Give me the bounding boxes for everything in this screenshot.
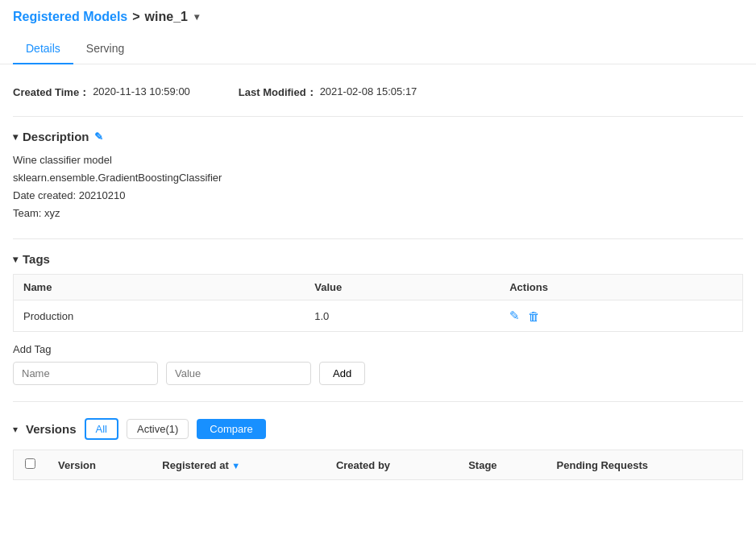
tags-header: ▾ Tags [13, 252, 743, 266]
col-value: Value [305, 275, 500, 300]
tabs-bar: Details Serving [0, 34, 756, 64]
versions-header-row: Version Registered at ▼ Created by Stage… [14, 450, 743, 480]
breadcrumb: Registered Models > wine_1 ▾ [0, 0, 756, 34]
divider-2 [13, 238, 743, 239]
breadcrumb-separator: > [132, 10, 139, 24]
add-tag-inputs: Add [13, 362, 743, 385]
divider-1 [13, 116, 743, 117]
select-all-checkbox[interactable] [25, 458, 35, 469]
delete-tag-icon[interactable]: 🗑 [528, 309, 540, 323]
description-header: ▾ Description ✎ [13, 130, 743, 143]
versions-header: ▾ Versions All Active(1) Compare [13, 418, 743, 440]
tags-toggle[interactable]: ▾ [13, 254, 18, 265]
versions-title: Versions [26, 422, 77, 436]
modified-label: Last Modified： [239, 85, 317, 100]
modified-time: Last Modified： 2021-02-08 15:05:17 [239, 85, 417, 100]
add-tag-button[interactable]: Add [319, 362, 365, 385]
versions-toggle[interactable]: ▾ [13, 424, 18, 435]
description-title: Description [23, 130, 89, 143]
description-toggle[interactable]: ▾ [13, 131, 18, 143]
tag-name: Production [14, 300, 305, 332]
add-tag-section: Add Tag Add [13, 343, 743, 385]
table-row: Production 1.0 ✎ 🗑 [14, 300, 743, 332]
col-checkbox [14, 450, 48, 480]
modified-value: 2021-02-08 15:05:17 [320, 85, 417, 100]
versions-section: ▾ Versions All Active(1) Compare Version… [13, 418, 743, 480]
edit-tag-icon[interactable]: ✎ [509, 309, 520, 323]
tag-name-input[interactable] [13, 362, 158, 385]
created-time: Created Time： 2020-11-13 10:59:00 [13, 85, 190, 100]
add-tag-label: Add Tag [13, 343, 743, 355]
desc-line-3: Date created: 20210210 [13, 187, 743, 205]
meta-row: Created Time： 2020-11-13 10:59:00 Last M… [13, 85, 743, 100]
tags-title: Tags [23, 252, 50, 266]
tab-serving[interactable]: Serving [73, 34, 137, 64]
desc-line-2: sklearn.ensemble.GradientBoostingClassif… [13, 169, 743, 187]
tag-actions: ✎ 🗑 [500, 300, 742, 332]
versions-table: Version Registered at ▼ Created by Stage… [13, 450, 743, 480]
breadcrumb-dropdown-icon[interactable]: ▾ [194, 11, 199, 23]
description-section: ▾ Description ✎ Wine classifier model sk… [13, 130, 743, 222]
tag-value-input[interactable] [166, 362, 311, 385]
main-content: Created Time： 2020-11-13 10:59:00 Last M… [0, 64, 756, 493]
col-actions: Actions [500, 275, 742, 300]
tags-header-row: Name Value Actions [14, 275, 743, 300]
col-name: Name [14, 275, 305, 300]
tag-value: 1.0 [305, 300, 500, 332]
description-body: Wine classifier model sklearn.ensemble.G… [13, 151, 743, 222]
tags-section: ▾ Tags Name Value Actions Production 1.0… [13, 252, 743, 385]
description-edit-icon[interactable]: ✎ [94, 131, 103, 143]
desc-line-4: Team: xyz [13, 205, 743, 222]
col-pending-requests: Pending Requests [546, 450, 743, 480]
created-value: 2020-11-13 10:59:00 [93, 85, 190, 100]
desc-line-1: Wine classifier model [13, 151, 743, 169]
breadcrumb-current: wine_1 [145, 10, 188, 24]
filter-active-button[interactable]: Active(1) [127, 419, 189, 439]
col-created-by: Created by [325, 450, 457, 480]
filter-all-button[interactable]: All [85, 418, 118, 440]
tags-table: Name Value Actions Production 1.0 ✎ 🗑 [13, 274, 743, 332]
breadcrumb-parent[interactable]: Registered Models [13, 10, 127, 24]
compare-button[interactable]: Compare [197, 419, 265, 439]
created-label: Created Time： [13, 85, 89, 100]
col-stage: Stage [457, 450, 545, 480]
col-registered-at: Registered at ▼ [151, 450, 325, 480]
action-icons: ✎ 🗑 [509, 309, 733, 323]
col-version: Version [47, 450, 151, 480]
divider-3 [13, 401, 743, 402]
tab-details[interactable]: Details [13, 34, 73, 64]
sort-icon[interactable]: ▼ [231, 461, 240, 470]
